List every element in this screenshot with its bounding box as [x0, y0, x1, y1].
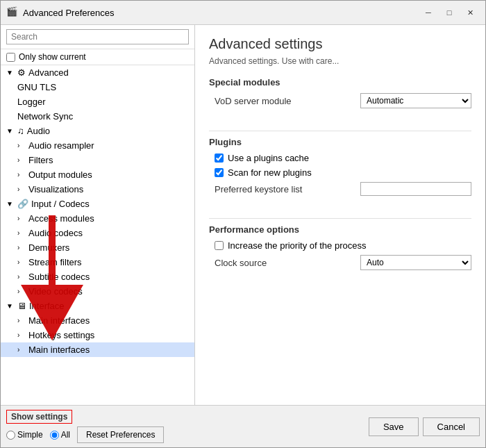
sidebar-item-label: Audio [27, 126, 50, 136]
sidebar-item-label: Hotkeys settings [28, 330, 94, 340]
sidebar-item-logger[interactable]: Logger [1, 94, 194, 109]
sidebar-item-hotkeys-settings[interactable]: › Hotkeys settings [1, 328, 194, 342]
show-settings-label: Show settings [6, 410, 72, 424]
sidebar-item-audio[interactable]: ▼ ♫ Audio [1, 124, 194, 138]
cancel-button[interactable]: Cancel [423, 417, 480, 436]
audio-icon: ♫ [17, 126, 24, 136]
minimize-button[interactable]: ─ [419, 5, 438, 20]
expand-arrow: › [17, 142, 26, 149]
window-title: Advanced Preferences [23, 8, 115, 18]
only-show-current-checkbox[interactable] [6, 53, 15, 62]
sidebar-item-main-interfaces[interactable]: › Main interfaces [1, 313, 194, 328]
preferred-keystore-input[interactable] [360, 182, 471, 196]
vod-server-select[interactable]: Automatic None [360, 93, 471, 108]
reset-preferences-button[interactable]: Reset Preferences [77, 426, 164, 443]
expand-arrow: ▼ [6, 127, 15, 135]
sidebar-item-audio-codecs[interactable]: › Audio codecs [1, 226, 194, 240]
input-codecs-icon: 🔗 [17, 199, 28, 209]
section-header-special-modules: Special modules [209, 77, 471, 88]
sidebar-item-label: Main interfaces [28, 345, 90, 355]
title-bar: 🎬 Advanced Preferences ─ □ ✕ [1, 1, 485, 25]
radio-simple-input[interactable] [6, 431, 15, 440]
sidebar-item-label: Audio resampler [28, 140, 94, 151]
expand-arrow: › [17, 317, 26, 324]
sidebar-item-demuxers[interactable]: › Demuxers [1, 240, 194, 255]
sidebar-item-label: Network Sync [17, 111, 73, 122]
sidebar-item-access-modules[interactable]: › Access modules [1, 211, 194, 226]
sidebar-item-stream-filters[interactable]: › Stream filters [1, 255, 194, 269]
sidebar-item-label: Access modules [28, 213, 94, 224]
expand-arrow: › [17, 331, 26, 339]
expand-arrow: ▼ [6, 200, 15, 208]
radio-all-input[interactable] [50, 431, 59, 440]
scan-new-plugins-checkbox[interactable] [215, 168, 224, 177]
clock-source-row: Clock source Auto System [209, 255, 471, 270]
sidebar-item-label: Advanced [28, 67, 69, 78]
radio-simple[interactable]: Simple [6, 430, 43, 440]
tree-container[interactable]: ▼ ⚙ Advanced GNU TLS Logger Network Sync [1, 65, 194, 405]
sidebar-item-label: Interface [29, 301, 65, 311]
panel-title: Advanced settings [209, 36, 471, 52]
expand-arrow: › [17, 156, 26, 164]
use-plugins-cache-label: Use a plugins cache [228, 153, 309, 163]
increase-priority-checkbox[interactable] [215, 241, 224, 250]
bottom-right: Save Cancel [369, 417, 480, 436]
sidebar-item-label: Visualizations [28, 184, 83, 194]
sidebar-item-label: Subtitle codecs [28, 272, 90, 282]
sidebar-item-visualizations[interactable]: › Visualizations [1, 182, 194, 197]
use-plugins-cache-checkbox[interactable] [215, 154, 224, 163]
sidebar-item-input-codecs[interactable]: ▼ 🔗 Input / Codecs [1, 197, 194, 211]
sidebar-item-label: GNU TLS [17, 82, 56, 92]
close-button[interactable]: ✕ [460, 5, 480, 20]
sidebar-item-label: Audio codecs [28, 228, 83, 238]
bottom-bar: Show settings Simple All Reset Preferenc… [1, 405, 485, 447]
radio-simple-label: Simple [17, 430, 43, 440]
search-box [1, 25, 194, 49]
radio-group: Simple All Reset Preferences [6, 426, 164, 443]
expand-arrow: › [17, 215, 26, 222]
clock-source-select[interactable]: Auto System [360, 255, 471, 270]
sidebar-item-main-interfaces2[interactable]: › Main interfaces [1, 342, 194, 357]
sidebar-item-network-sync[interactable]: Network Sync [1, 109, 194, 124]
section-performance-options: Performance options Increase the priorit… [209, 224, 471, 276]
radio-all[interactable]: All [50, 430, 70, 440]
expand-arrow: › [17, 244, 26, 251]
search-input[interactable] [6, 29, 189, 44]
sidebar-item-gnu-tls[interactable]: GNU TLS [1, 80, 194, 94]
maximize-button[interactable]: □ [439, 5, 459, 20]
sidebar-item-advanced[interactable]: ▼ ⚙ Advanced [1, 65, 194, 80]
sidebar-item-interface[interactable]: ▼ 🖥 Interface [1, 299, 194, 313]
preferred-keystore-row: Preferred keystore list [209, 182, 471, 196]
vod-server-row: VoD server module Automatic None [209, 93, 471, 108]
sidebar-item-label: Demuxers [28, 242, 69, 253]
divider-1 [209, 131, 471, 131]
bottom-left: Show settings Simple All Reset Preferenc… [6, 410, 164, 443]
sidebar-item-audio-resampler[interactable]: › Audio resampler [1, 138, 194, 153]
expand-arrow: ▼ [6, 69, 15, 76]
sidebar-item-video-codecs[interactable]: › Video codecs [1, 284, 194, 299]
sidebar-item-filters[interactable]: › Filters [1, 153, 194, 167]
panel-subtitle: Advanced settings. Use with care... [209, 56, 471, 66]
section-plugins: Plugins Use a plugins cache Scan for new… [209, 137, 471, 201]
section-header-plugins: Plugins [209, 137, 471, 147]
only-show-current-label: Only show current [19, 52, 86, 62]
scan-new-plugins-label: Scan for new plugins [228, 167, 312, 178]
sidebar-item-label: Main interfaces [28, 315, 90, 326]
expand-arrow: › [17, 258, 26, 266]
expand-arrow: › [17, 288, 26, 295]
main-content: Only show current ▼ ⚙ Advanced GNU TLS L… [1, 25, 485, 405]
scan-new-plugins-row: Scan for new plugins [209, 167, 471, 178]
sidebar-item-label: Filters [28, 155, 53, 165]
sidebar-item-label: Output modules [28, 169, 92, 180]
title-bar-buttons: ─ □ ✕ [419, 5, 480, 20]
section-special-modules: Special modules VoD server module Automa… [209, 77, 471, 114]
only-show-current-row: Only show current [1, 49, 194, 65]
sidebar-item-subtitle-codecs[interactable]: › Subtitle codecs [1, 269, 194, 284]
sidebar-item-label: Stream filters [28, 257, 82, 267]
sidebar-item-output-modules[interactable]: › Output modules [1, 167, 194, 182]
sidebar: Only show current ▼ ⚙ Advanced GNU TLS L… [1, 25, 195, 405]
vod-server-label: VoD server module [215, 96, 292, 106]
expand-arrow: › [17, 273, 26, 281]
preferred-keystore-label: Preferred keystore list [215, 184, 302, 194]
save-button[interactable]: Save [369, 417, 419, 436]
